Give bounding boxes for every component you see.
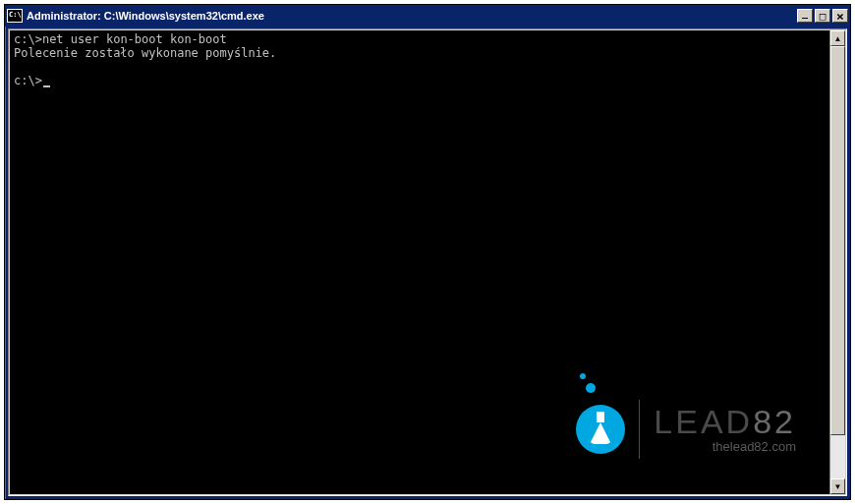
brand-name: LEAD82 [654,405,796,438]
minimize-button[interactable] [797,9,813,23]
cmd-icon [7,9,23,23]
console-wrap: c:\>net user kon-boot kon-boot Polecenie… [10,30,845,494]
scroll-track[interactable] [830,46,845,478]
vertical-scrollbar[interactable] [829,30,845,494]
window-controls [797,9,848,23]
prompt: c:\> [14,74,42,87]
command-text: net user kon-boot kon-boot [42,32,227,46]
brand-url: thelead82.com [654,440,796,454]
scroll-down-button[interactable] [830,478,845,494]
scroll-up-button[interactable] [830,30,845,46]
watermark-logo: LEAD82 thelead82.com [576,400,796,459]
console-output[interactable]: c:\>net user kon-boot kon-boot Polecenie… [10,30,829,494]
flask-icon [576,405,625,454]
maximize-button[interactable] [815,9,830,23]
close-button[interactable] [832,9,848,23]
cursor [43,85,50,87]
watermark-divider [639,400,640,459]
window-title: Administrator: C:\Windows\system32\cmd.e… [27,10,797,22]
prompt: c:\> [14,32,42,46]
cmd-window: Administrator: C:\Windows\system32\cmd.e… [4,4,851,500]
output-line: Polecenie zostało wykonane pomyślnie. [14,46,276,60]
scroll-thumb[interactable] [830,46,845,435]
watermark-text: LEAD82 thelead82.com [654,405,796,454]
window-client-area: c:\>net user kon-boot kon-boot Polecenie… [8,28,847,496]
titlebar[interactable]: Administrator: C:\Windows\system32\cmd.e… [5,5,850,27]
